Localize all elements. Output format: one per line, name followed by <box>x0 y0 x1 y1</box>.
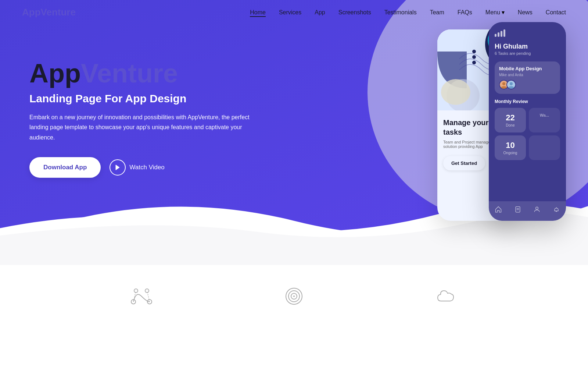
svg-point-5 <box>472 55 476 59</box>
target-icon-item <box>285 287 303 305</box>
svg-point-7 <box>441 79 470 105</box>
home-nav-icon <box>495 206 502 215</box>
nav-link-news[interactable]: News <box>518 9 533 15</box>
nav-item-contact[interactable]: Contact <box>546 9 566 16</box>
nav-link-screenshots[interactable]: Screenshots <box>338 9 371 15</box>
svg-rect-12 <box>516 207 520 212</box>
play-icon <box>110 159 126 176</box>
svg-point-4 <box>472 50 476 53</box>
svg-point-6 <box>472 61 476 64</box>
svg-point-9 <box>502 82 505 85</box>
signal-bars-icon <box>495 29 560 37</box>
svg-point-26 <box>293 296 295 297</box>
nav-item-app[interactable]: App <box>315 9 325 16</box>
avatar-2 <box>506 80 516 89</box>
nav-link-testimonials[interactable]: Testimonials <box>384 9 417 15</box>
svg-point-11 <box>510 82 513 85</box>
hero-content: AppVenture Landing Page For App Design E… <box>0 0 257 178</box>
hero-subtitle: Landing Page For App Design <box>29 92 257 105</box>
stat-done-label: Done <box>498 123 522 127</box>
nav-item-home[interactable]: Home <box>250 9 266 16</box>
hero-title: AppVenture <box>29 59 257 88</box>
nav-link-menu[interactable]: Menu <box>485 9 500 16</box>
download-app-button[interactable]: Download App <box>29 157 101 178</box>
stat-ongoing-number: 10 <box>498 141 522 150</box>
nav-link-contact[interactable]: Contact <box>546 9 566 15</box>
nav-link-app[interactable]: App <box>315 9 325 15</box>
cloud-icon-item <box>435 288 458 305</box>
nav-link-home[interactable]: Home <box>250 9 266 17</box>
bottom-icons-section <box>0 265 588 320</box>
hero-cta-group: Download App Watch Video <box>29 157 257 178</box>
stat-waiting: Wa... <box>529 108 560 132</box>
hero-description: Embark on a new journey of innovation an… <box>29 112 257 142</box>
hero-section: AppVenture Landing Page For App Design E… <box>0 0 588 265</box>
hero-title-accent: Venture <box>81 59 178 88</box>
greeting-text: Hi Ghulam <box>495 43 560 50</box>
phone-bottom-nav <box>489 201 566 221</box>
nav-item-team[interactable]: Team <box>430 9 444 16</box>
brand-name-accent: Venture <box>41 7 76 18</box>
nav-links: Home Services App Screenshots Testimonia… <box>250 9 566 16</box>
svg-point-15 <box>536 207 538 209</box>
nav-item-services[interactable]: Services <box>279 9 301 16</box>
bell-nav-icon <box>553 206 560 215</box>
stat-done-number: 22 <box>498 113 522 123</box>
watch-video-label: Watch Video <box>129 164 164 171</box>
watch-video-button[interactable]: Watch Video <box>110 159 164 176</box>
brand-logo[interactable]: AppVenture <box>22 7 76 18</box>
get-started-button[interactable]: Get Started <box>443 156 485 170</box>
brand-name-dark: App <box>22 7 41 18</box>
stat-ongoing-label: Ongoing <box>498 151 522 155</box>
project-card: Mobile App Design Mike and Anita <box>495 61 560 94</box>
nav-item-news[interactable]: News <box>518 9 533 16</box>
target-icon <box>285 287 303 305</box>
phone-front-content: Hi Ghulam 6 Tasks are pending Mobile App… <box>489 22 566 173</box>
stat-done: 22 Done <box>495 108 526 132</box>
nav-link-services[interactable]: Services <box>279 9 301 15</box>
bezier-icon-item <box>130 287 153 305</box>
nav-item-screenshots[interactable]: Screenshots <box>338 9 371 16</box>
nav-item-faqs[interactable]: FAQs <box>458 9 472 16</box>
stat-waiting-label: Wa... <box>533 113 556 117</box>
nav-item-menu[interactable]: Menu ▾ <box>485 9 505 16</box>
tasks-pending-text: 6 Tasks are pending <box>495 51 560 56</box>
avatars-group <box>499 80 556 89</box>
project-title: Mobile App Design <box>499 66 556 71</box>
document-nav-icon <box>514 206 521 215</box>
bezier-icon <box>130 287 153 305</box>
cloud-icon <box>435 288 458 305</box>
phones-mockup: Manage your daily tasks Team and Project… <box>437 22 566 221</box>
chevron-down-icon: ▾ <box>502 9 505 16</box>
nav-link-faqs[interactable]: FAQs <box>458 9 472 15</box>
nav-item-testimonials[interactable]: Testimonials <box>384 9 417 16</box>
project-members: Mike and Anita <box>499 73 556 77</box>
navbar: AppVenture Home Services App Screenshots… <box>0 0 588 25</box>
stats-grid: 22 Done Wa... 10 Ongoing <box>495 108 560 160</box>
stat-ongoing: 10 Ongoing <box>495 135 526 160</box>
stat-extra <box>529 135 560 160</box>
play-triangle-icon <box>115 164 120 170</box>
user-nav-icon <box>533 206 541 215</box>
monthly-review-label: Monthly Review <box>495 99 560 104</box>
hero-title-dark: App <box>29 59 81 88</box>
phone-front-mockup: Hi Ghulam 6 Tasks are pending Mobile App… <box>489 22 566 221</box>
nav-link-team[interactable]: Team <box>430 9 444 15</box>
